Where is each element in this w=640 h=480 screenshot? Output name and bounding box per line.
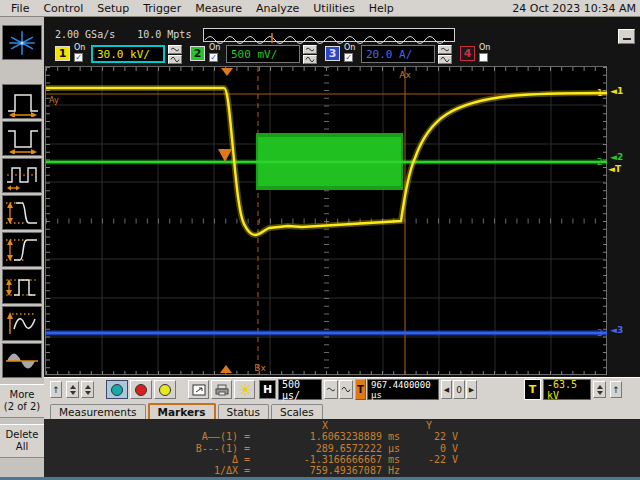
- sun-icon: [238, 383, 252, 396]
- marker-delta-x: -1.3166666667 ms: [250, 454, 400, 465]
- delay-increment-button[interactable]: ▶: [466, 380, 477, 399]
- waveform-display[interactable]: Ax Bx Ay 1 2 3: [45, 66, 607, 375]
- duty-cycle-icon: [4, 161, 40, 191]
- marker-color-yellow-button[interactable]: [154, 380, 176, 399]
- channel-1-button[interactable]: 1: [55, 46, 70, 61]
- delay-reference-button[interactable]: T: [355, 379, 366, 400]
- trigger-level-display[interactable]: -63.5 kV: [543, 379, 591, 400]
- sample-rate: 2.00 GSa/s: [55, 29, 115, 40]
- trigger-level-marker[interactable]: T: [608, 164, 621, 174]
- vertical-spinner-2[interactable]: [81, 381, 94, 398]
- result-tabs: Measurements Markers Status Scales: [44, 403, 640, 419]
- tab-status[interactable]: Status: [218, 404, 269, 419]
- menu-control[interactable]: Control: [36, 1, 90, 16]
- menu-measure[interactable]: Measure: [188, 1, 249, 16]
- channel-2-coupling-button[interactable]: [303, 45, 317, 54]
- channel-3-scale-fine-button[interactable]: [438, 55, 452, 64]
- amplitude-icon: [4, 272, 40, 302]
- sine-small-icon: [305, 46, 315, 53]
- menu-utilities[interactable]: Utilities: [306, 1, 361, 16]
- channel-1-scale-fine-button[interactable]: [168, 55, 182, 64]
- trigger-settings-button[interactable]: T: [524, 379, 541, 400]
- menu-file[interactable]: File: [4, 1, 36, 16]
- printer-icon: [215, 384, 229, 396]
- marker-color-teal-button[interactable]: [106, 380, 128, 399]
- ch1-ground-marker[interactable]: 1: [610, 86, 623, 96]
- channel-2-scale-fine-button[interactable]: [303, 55, 317, 64]
- marker-bx-label: Bx: [254, 363, 266, 373]
- meas-fall-time-button[interactable]: [2, 195, 42, 230]
- marker-b-label: B---(1) =: [82, 443, 250, 454]
- horizontal-settings-button[interactable]: H: [259, 380, 276, 399]
- tab-measurements[interactable]: Measurements: [50, 404, 146, 419]
- timebase-coarse-button[interactable]: [324, 380, 338, 399]
- tab-markers[interactable]: Markers: [148, 403, 216, 419]
- x-column-header: X: [250, 420, 400, 431]
- channel-4-button[interactable]: 4: [460, 46, 475, 61]
- trigger-time-bottom-marker[interactable]: [220, 365, 232, 373]
- channel-2-checkbox[interactable]: [209, 53, 218, 62]
- channel-3-coupling-button[interactable]: [438, 45, 452, 54]
- ch3-edge-number: 3: [597, 328, 603, 338]
- pan-up-button-right[interactable]: ↑: [610, 381, 622, 398]
- marker-ay-label: Ay: [49, 96, 59, 105]
- menu-analyze[interactable]: Analyze: [249, 1, 306, 16]
- channel-2-on-label: On: [209, 43, 220, 52]
- minimize-button[interactable]: [618, 29, 635, 44]
- waveform-grid: Ax Bx Ay 1 2 3: [46, 67, 607, 375]
- channel-1-checkbox[interactable]: [74, 53, 83, 62]
- more-button[interactable]: More (2 of 2): [0, 384, 44, 418]
- yellow-circle-icon: [159, 384, 171, 396]
- delay-display[interactable]: 967.4400000 µs: [367, 379, 439, 400]
- channel-4-checkbox[interactable]: [479, 53, 488, 62]
- menu-bar: File Control Setup Trigger Measure Analy…: [0, 0, 640, 17]
- channel-1-coupling-button[interactable]: [168, 45, 182, 54]
- channel-4-controls: 4 On: [460, 44, 520, 64]
- meas-rise-time-button[interactable]: [2, 232, 42, 267]
- meas-peak-voltage-button[interactable]: [2, 306, 42, 341]
- marker-ax-label: Ax: [399, 70, 411, 80]
- display-brightness-button[interactable]: [234, 380, 255, 399]
- sine-small-icon: [170, 46, 180, 53]
- channel-4-on-label: On: [479, 43, 490, 52]
- tab-scales[interactable]: Scales: [271, 404, 323, 419]
- meas-area-button[interactable]: [2, 343, 42, 378]
- meas-duty-cycle-button[interactable]: [2, 158, 42, 193]
- channel-2-scale-display[interactable]: 500 mV/: [226, 45, 300, 63]
- export-button[interactable]: [188, 380, 209, 399]
- trigger-level-spinner[interactable]: [593, 381, 606, 398]
- waveform-preview-bar[interactable]: [203, 28, 455, 42]
- print-button[interactable]: [211, 380, 232, 399]
- keysight-spark-logo[interactable]: [2, 25, 42, 60]
- sine-large-icon: [305, 56, 315, 63]
- marker-a-label: A——(1) =: [82, 431, 250, 442]
- timebase-fine-button[interactable]: [339, 380, 353, 399]
- meas-positive-pulse-width-button[interactable]: [2, 84, 42, 119]
- marker-color-red-button[interactable]: [130, 380, 152, 399]
- timebase-display[interactable]: 500 µs/: [278, 379, 322, 400]
- delete-sub-label: All: [0, 441, 44, 453]
- pan-up-button-left[interactable]: ↑: [50, 381, 62, 398]
- delete-all-button[interactable]: Delete All: [0, 424, 44, 458]
- trigger-time-top-marker[interactable]: [221, 68, 233, 76]
- menu-help[interactable]: Help: [362, 1, 401, 16]
- vertical-spinner-1[interactable]: [66, 381, 79, 398]
- menu-setup[interactable]: Setup: [90, 1, 136, 16]
- marker-b-row: B---(1) = 289.6572222 µs 0 V: [82, 443, 640, 454]
- channel-2-button[interactable]: 2: [190, 46, 205, 61]
- delay-zero-button[interactable]: 0: [453, 380, 465, 399]
- ch3-ground-marker[interactable]: 3: [610, 325, 623, 335]
- spin-up-icon: [85, 385, 91, 389]
- meas-negative-pulse-width-button[interactable]: [2, 121, 42, 156]
- menu-trigger[interactable]: Trigger: [136, 1, 188, 16]
- meas-amplitude-button[interactable]: [2, 269, 42, 304]
- marker-a-x: 1.6063238889 ms: [250, 431, 400, 442]
- teal-circle-icon: [111, 384, 123, 396]
- channel-3-scale-display[interactable]: 20.0 A/: [361, 45, 435, 63]
- channel-3-button[interactable]: 3: [325, 46, 340, 61]
- channel-1-scale-display[interactable]: 30.0 kV/: [91, 45, 165, 63]
- ch2-ground-marker[interactable]: 2: [610, 152, 623, 162]
- channel-3-checkbox[interactable]: [344, 53, 353, 62]
- delay-decrement-button[interactable]: ◀: [441, 380, 452, 399]
- marker-delta-label: Δ =: [82, 454, 250, 465]
